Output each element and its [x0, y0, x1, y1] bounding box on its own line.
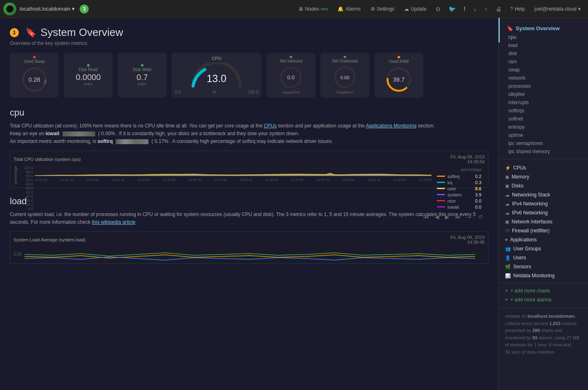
net-outbound-gauge: Net Outbound 0.00 megabits/s [320, 53, 369, 98]
x-tick-1: 14:32:00 [35, 178, 47, 182]
user-legend-val: 8.6 [469, 186, 481, 191]
cpu-x-axis: 14:32:00 14:32:30 14:33:00 14:33:30 14:3… [35, 176, 431, 184]
host-selector[interactable]: localhost.localdomain ▾ [20, 6, 75, 12]
help-button[interactable]: ? Help [506, 4, 529, 14]
sidebar-cat-ipv4[interactable]: ☁ IPv4 Networking [499, 198, 588, 207]
users-cat-icon: 👤 [505, 255, 511, 261]
sidebar-cat-user-groups[interactable]: 👥 User Groups [499, 243, 588, 252]
nice-color [437, 200, 445, 201]
sidebar-cat-users[interactable]: 👤 Users [499, 252, 588, 261]
x-tick-15: 14:39:00 [393, 178, 406, 182]
disks-cat-icon: ▣ [505, 183, 509, 189]
sidebar-item-idlejitter[interactable]: idlejitter [500, 90, 588, 98]
cloud-icon: ☁ [404, 6, 409, 12]
sidebar-item-disk[interactable]: disk [500, 49, 588, 58]
sidebar-item-ram[interactable]: ram [500, 58, 588, 66]
twitter-button[interactable]: 🐦 [445, 3, 459, 15]
sidebar-item-cpu[interactable]: cpu [500, 33, 588, 41]
iowait-val: ( [98, 131, 100, 136]
github-button[interactable]: ⊙ [432, 3, 444, 15]
cpu-description: Total CPU utilization (all cores). 100% … [10, 122, 488, 146]
add-charts-btn[interactable]: + + add more charts [499, 286, 588, 295]
sidebar-item-uptime[interactable]: uptime [500, 131, 588, 139]
sidebar-divider-2 [499, 283, 588, 283]
cpu-unit: % [212, 90, 216, 94]
apps-cat-label: Applications [510, 237, 537, 243]
chart-minus-btn[interactable]: — [465, 213, 474, 221]
gauges-row: Used Swap 0.28 Disk Read 0.0000 MiB/s Di… [10, 53, 488, 98]
sidebar-cat-applications[interactable]: ♥ Applications [499, 234, 588, 243]
sidebar-cat-netdata-monitoring[interactable]: 📊 Netdata Monitoring [499, 270, 588, 279]
plus-icon-alarms: + [505, 297, 508, 303]
add-alarms-btn[interactable]: + + add more alarms [499, 295, 588, 304]
legend-system: system 3.9 [437, 192, 481, 197]
sidebar-cat-ipv6[interactable]: ☁ IPv6 Networking [499, 207, 588, 216]
sidebar-cat-disks[interactable]: ▣ Disks [499, 181, 588, 189]
system-legend-name: system [447, 192, 467, 197]
cpu-y-axis: 100.0 90.0 80.0 70.0 60.0 50.0 40.0 30.0… [19, 166, 35, 176]
page-title: System Overview [40, 26, 123, 39]
sidebar-item-ipc-semaphores[interactable]: ipc semaphores [500, 139, 588, 147]
cpus-link[interactable]: CPUs [264, 123, 277, 129]
sidebar-cat-networking-stack[interactable]: ☁ Networking Stack [499, 189, 588, 198]
chart-back-btn[interactable]: ◀ [433, 213, 441, 221]
chart-refresh-btn[interactable]: ↺ [476, 213, 485, 221]
load-section: load Current system load, i.e. the numbe… [10, 196, 488, 264]
nodes-badge: beta [321, 7, 328, 11]
user-chevron-icon: ▾ [578, 6, 581, 12]
badge-nodes-count[interactable]: 3 [80, 4, 89, 13]
y-tick-30: 30.0 [26, 194, 33, 198]
load-wiki-link[interactable]: this wikipedia article [92, 219, 136, 225]
x-tick-3: 14:33:00 [86, 178, 98, 182]
sidebar-cat-sensors[interactable]: 🌿 Sensors [499, 261, 588, 270]
sidebar-item-interrupts[interactable]: interrupts [500, 98, 588, 107]
settings-button[interactable]: ⚙ Settings [367, 4, 398, 14]
iowait-sparkline [63, 131, 95, 136]
upload-button[interactable]: ↑ [481, 3, 491, 15]
cpu-min: 0.0 [175, 90, 181, 94]
sidebar-cat-memory[interactable]: ▣ Memory [499, 172, 588, 181]
ipv6-cat-label: IPv6 Networking [512, 210, 548, 216]
help-label: Help [514, 6, 525, 12]
sidebar-item-swap[interactable]: swap [500, 66, 588, 74]
chart-fwd-btn[interactable]: ▶ [443, 213, 451, 221]
disk-write-label: Disk Write [133, 67, 151, 72]
sidebar-cat-firewall[interactable]: 🛡 Firewall (netfilter) [499, 225, 588, 234]
sidebar: 🔖 System Overview cpu load disk ram swap… [498, 18, 588, 390]
sidebar-item-network[interactable]: network [500, 74, 588, 82]
sidebar-cat-net-interfaces[interactable]: ▣ Network Interfaces [499, 216, 588, 225]
sidebar-item-softirqs[interactable]: softirqs [500, 107, 588, 115]
iowait-suffix: . If it is constantly high, your disks a… [116, 131, 300, 136]
chart-prev-btn[interactable]: ⏮ [422, 213, 431, 221]
load-chart-header: System Load Average (system.load) Fri, A… [13, 235, 485, 245]
sidebar-item-processes[interactable]: processes [500, 82, 588, 90]
print-button[interactable]: 🖨 [492, 3, 505, 15]
user-button[interactable]: joel@netdata.cloud ▾ [530, 4, 585, 14]
firewall-cat-label: Firewall (netfilter) [512, 228, 550, 234]
topnav: localhost.localdomain ▾ 3 🖥 Nodes beta 🔔… [0, 0, 588, 18]
x-tick-4: 14:33:30 [112, 178, 124, 182]
sidebar-item-softnet[interactable]: softnet [500, 115, 588, 123]
main-layout: 1 🔖 System Overview Overview of the key … [0, 18, 588, 390]
softirq-color [437, 176, 445, 177]
iowait-desc: Keep an eye on [10, 131, 44, 136]
net-out-label: Net Outbound [332, 59, 358, 63]
sidebar-cat-cpus[interactable]: ⚡ CPUs [499, 163, 588, 172]
svg-text:39.7: 39.7 [393, 76, 405, 83]
appmon-link[interactable]: Applications Monitoring [366, 123, 416, 129]
ipv4-cat-icon: ☁ [505, 201, 510, 207]
chart-end-btn[interactable]: ⏭ [454, 213, 463, 221]
question-icon: ? [510, 6, 513, 12]
download-button[interactable]: ↓ [470, 3, 480, 15]
sidebar-item-ipc-shared[interactable]: ipc shared memory [500, 147, 588, 156]
system-legend-val: 3.9 [469, 192, 481, 197]
sidebar-item-load[interactable]: load [500, 41, 588, 49]
alarms-button[interactable]: 🔔 Alarms [333, 4, 364, 14]
sidebar-item-entropy[interactable]: entropy [500, 123, 588, 131]
sidebar-items: cpu load disk ram swap network processes… [500, 33, 588, 156]
sidebar-active-section: 🔖 System Overview cpu load disk ram swap… [499, 22, 588, 156]
nodes-button[interactable]: 🖥 Nodes beta [294, 4, 332, 14]
usergroups-cat-label: User Groups [513, 246, 541, 252]
update-button[interactable]: ☁ Update [400, 4, 431, 14]
facebook-button[interactable]: f [461, 3, 469, 15]
